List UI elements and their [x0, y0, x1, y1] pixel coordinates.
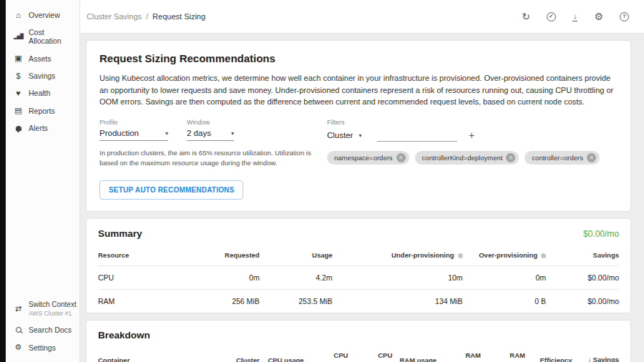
search-icon [14, 327, 23, 333]
sidebar-item-label: Overview [29, 11, 60, 19]
chip-close-icon[interactable]: × [396, 153, 406, 162]
sidebar-search-docs[interactable]: Search Docs [6, 321, 79, 338]
cell-requested: 256 MiB [171, 289, 260, 313]
col-ram-usage[interactable]: RAM usage [392, 345, 436, 362]
search-docs-label: Search Docs [29, 326, 72, 334]
sidebar-switch-context[interactable]: ⇄ Switch Context AWS Cluster #1 [6, 296, 79, 321]
breadcrumb-current-page: Request Sizing [152, 12, 205, 21]
chip-label: controllerKind=deployment [422, 154, 503, 162]
cell-over: 0 B [463, 289, 546, 313]
cell-resource: CPU [98, 265, 171, 289]
breadcrumb-cluster-savings[interactable]: Cluster Savings [87, 12, 142, 21]
sidebar-settings[interactable]: ⚙ Settings [6, 338, 79, 356]
controls-row: Profile Production ▾ Window 2 days [99, 119, 618, 169]
assets-icon: ▣ [14, 54, 23, 63]
filter-chip: controller=orders × [525, 151, 600, 165]
profile-value: Production [99, 129, 139, 137]
filter-chips: namespace=orders × controllerKind=deploy… [327, 151, 618, 165]
breadcrumb: Cluster Savings / Request Sizing [87, 12, 205, 21]
chip-close-icon[interactable]: × [587, 153, 596, 162]
overview-icon: ⌂ [14, 11, 23, 19]
settings-label: Settings [29, 343, 56, 352]
breakdown-card: Breakdown Container Cluster CPU usage CP… [86, 320, 631, 362]
app-root: ⌂ Overview ▂▅█ Cost Allocation ▣ Assets … [0, 0, 644, 362]
col-container[interactable]: Container [98, 345, 187, 362]
summary-title: Summary [98, 228, 142, 239]
summary-table: Resource Requested Usage Under-provision… [98, 245, 619, 313]
sidebar-item-label: Reports [29, 107, 55, 115]
page-title: Request Sizing Recommendations [99, 52, 618, 64]
profile-window-controls: Profile Production ▾ Window 2 days [99, 119, 327, 169]
topbar-icons: ↻ ✓ ↓ ⚙ ? [522, 11, 629, 21]
chevron-down-icon: ▾ [231, 130, 234, 137]
summary-total-savings: $0.00/mo [583, 229, 619, 239]
setup-auto-recommendations-button[interactable]: SETUP AUTO RECOMMENDATIONS [99, 180, 243, 200]
dollar-icon: $ [14, 72, 23, 80]
col-cpu-recommended[interactable]: CPU recomm'd [348, 345, 392, 362]
profile-select[interactable]: Production ▾ [99, 129, 168, 141]
sort-descending-icon: ↓ [588, 356, 592, 362]
col-under-provisioning: Under-provisioning [333, 245, 463, 266]
request-sizing-card: Request Sizing Recommendations Using Kub… [86, 40, 631, 212]
filter-type-select[interactable]: Cluster ▾ [327, 131, 369, 142]
current-cluster-label: AWS Cluster #1 [29, 310, 77, 317]
download-icon[interactable]: ↓ [572, 12, 578, 21]
chip-label: namespace=orders [334, 154, 393, 162]
col-efficiency[interactable]: Efficiency [525, 345, 572, 362]
sidebar-item-label: Savings [29, 72, 55, 80]
sidebar: ⌂ Overview ▂▅█ Cost Allocation ▣ Assets … [6, 0, 80, 362]
reports-icon: ▤ [14, 106, 23, 115]
profile-field: Profile Production ▾ [99, 119, 168, 141]
filter-chip: namespace=orders × [327, 151, 409, 165]
window-field: Window 2 days ▾ [187, 119, 234, 141]
summary-card: Summary $0.00/mo Resource Requested Usag… [86, 218, 631, 313]
gear-icon[interactable]: ⚙ [594, 11, 603, 21]
sidebar-item-label: Health [29, 89, 50, 97]
cell-requested: 0m [171, 265, 260, 289]
col-savings-sorted[interactable]: ↓Savings [572, 345, 619, 362]
col-savings: Savings [546, 245, 619, 266]
col-requested: Requested [171, 245, 260, 266]
info-icon[interactable] [541, 253, 546, 258]
health-icon: ♥ [14, 89, 23, 97]
summary-row-cpu: CPU 0m 4.2m 10m 0m $0.00/mo [98, 265, 619, 289]
main-area: Cluster Savings / Request Sizing ↻ ✓ ↓ ⚙… [80, 0, 644, 362]
col-cluster[interactable]: Cluster [187, 345, 260, 362]
window-label: Window [187, 119, 234, 126]
profile-label: Profile [99, 119, 168, 126]
sidebar-item-savings[interactable]: $ Savings [6, 67, 79, 84]
sidebar-item-label: Alerts [29, 124, 48, 132]
chevron-down-icon: ▾ [358, 132, 361, 139]
breakdown-title: Breakdown [98, 330, 150, 341]
sidebar-nav: ⌂ Overview ▂▅█ Cost Allocation ▣ Assets … [6, 6, 79, 137]
check-circle-icon[interactable]: ✓ [547, 12, 556, 21]
col-cpu-request[interactable]: CPU request [304, 345, 348, 362]
col-ram-request[interactable]: RAM request [436, 345, 481, 362]
topbar: Cluster Savings / Request Sizing ↻ ✓ ↓ ⚙… [80, 0, 644, 34]
summary-row-ram: RAM 256 MiB 253.5 MiB 134 MiB 0 B $0.00/… [98, 289, 619, 313]
sidebar-item-overview[interactable]: ⌂ Overview [6, 6, 79, 24]
window-select[interactable]: 2 days ▾ [187, 129, 234, 141]
breadcrumb-separator: / [146, 12, 148, 21]
sidebar-item-health[interactable]: ♥ Health [6, 84, 79, 102]
sidebar-item-cost-allocation[interactable]: ▂▅█ Cost Allocation [6, 24, 79, 49]
help-icon[interactable]: ? [620, 12, 629, 21]
profile-note: In production clusters, the aim is 65% r… [99, 148, 320, 169]
refresh-icon[interactable]: ↻ [522, 11, 530, 21]
col-over-provisioning: Over-provisioning [463, 245, 546, 266]
filter-chip: controllerKind=deployment × [415, 151, 519, 165]
chip-close-icon[interactable]: × [506, 153, 515, 162]
col-cpu-usage[interactable]: CPU usage [260, 345, 304, 362]
sidebar-item-assets[interactable]: ▣ Assets [6, 49, 79, 67]
add-filter-button[interactable]: + [469, 130, 474, 142]
page-description: Using Kubecost allocation metrics, we de… [99, 72, 618, 108]
sidebar-item-alerts[interactable]: Alerts [6, 119, 79, 137]
sidebar-footer: ⇄ Switch Context AWS Cluster #1 Search D… [6, 296, 79, 356]
sidebar-item-reports[interactable]: ▤ Reports [6, 102, 79, 119]
filter-value-input[interactable] [377, 129, 457, 142]
col-resource: Resource [98, 245, 171, 266]
info-icon[interactable] [458, 253, 463, 258]
bar-chart-icon: ▂▅█ [14, 34, 23, 39]
gear-icon: ⚙ [14, 343, 23, 352]
col-ram-recommended[interactable]: RAM recomm'd [481, 345, 525, 362]
